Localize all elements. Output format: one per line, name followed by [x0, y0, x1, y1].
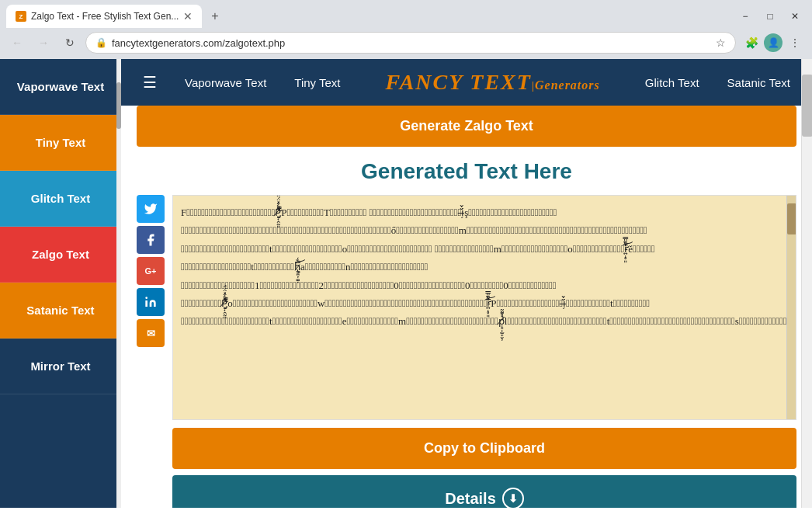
generated-title: Generated Text Here — [137, 159, 796, 184]
nav-tiny-text[interactable]: Tiny Text — [288, 70, 346, 96]
sidebar-item-vaporwave[interactable]: Vaporwave Text — [0, 59, 121, 115]
details-button[interactable]: Details ⬇ — [172, 475, 796, 508]
close-button[interactable]: ✕ — [784, 9, 806, 24]
nav-glitch-text[interactable]: Glitch Text — [639, 70, 706, 96]
text-output-container: F̷̨̡͖̙̗̱̝̰͕̫̱̺͈͉̔̓͗̈́̅͑̽̓P̸̡̛̺̘̯̰͈͗̑̀̽̈́… — [172, 195, 796, 508]
logo-fancy: Fancy Text — [386, 70, 532, 94]
menu-icon[interactable]: ⋮ — [784, 32, 806, 54]
sidebar-item-zalgo[interactable]: Zalgo Text — [0, 227, 121, 283]
tab-title: Zalgo Text - Free Stylish Text Gen... — [31, 11, 179, 22]
details-icon: ⬇ — [502, 488, 524, 508]
site-logo: Fancy Text|Generators — [363, 70, 623, 95]
page-wrapper: Vaporwave Text Tiny Text Glitch Text Zal… — [0, 59, 812, 508]
window-controls: − □ ✕ — [734, 9, 806, 24]
new-tab-button[interactable]: + — [205, 6, 224, 26]
text-output[interactable]: F̷̨̡͖̙̗̱̝̰͕̫̱̺͈͉̔̓͗̈́̅͑̽̓P̸̡̛̺̘̯̰͈͗̑̀̽̈́… — [172, 195, 796, 420]
title-bar: Z Zalgo Text - Free Stylish Text Gen... … — [0, 0, 812, 28]
lock-icon: 🔒 — [95, 37, 107, 48]
forward-button[interactable]: → — [33, 32, 54, 54]
sidebar-item-satanic[interactable]: Satanic Text — [0, 283, 121, 339]
url-text: fancytextgenerators.com/zalgotext.php — [112, 37, 711, 49]
nav-satanic-text[interactable]: Satanic Text — [721, 70, 796, 96]
main-content: ☰ Vaporwave Text Tiny Text Fancy Text|Ge… — [121, 59, 812, 508]
twitter-share-button[interactable] — [137, 195, 165, 223]
zalgo-text-content: F̷̨̡͖̙̗̱̝̰͕̫̱̺͈͉̔̓͗̈́̅͑̽̓P̸̡̛̺̘̯̰͈͗̑̀̽̈́… — [181, 207, 796, 327]
tab-close-button[interactable]: ✕ — [183, 11, 193, 22]
generate-btn-top[interactable]: Generate Zalgo Text — [137, 106, 796, 147]
url-bar[interactable]: 🔒 fancytextgenerators.com/zalgotext.php … — [85, 32, 736, 54]
site-nav: ☰ Vaporwave Text Tiny Text Fancy Text|Ge… — [121, 59, 812, 106]
facebook-share-button[interactable] — [137, 226, 165, 254]
logo-text: Fancy Text|Generators — [386, 70, 600, 94]
svg-point-0 — [145, 297, 147, 299]
logo-generators: Generators — [535, 78, 600, 92]
sidebar-item-tiny[interactable]: Tiny Text — [0, 115, 121, 171]
bookmark-icon[interactable]: ☆ — [716, 36, 726, 49]
main-scrollbar-thumb[interactable] — [802, 75, 812, 137]
sidebar-item-mirror[interactable]: Mirror Text — [0, 339, 121, 394]
refresh-button[interactable]: ↻ — [59, 32, 81, 54]
content-area: Generate Zalgo Text Generated Text Here … — [121, 106, 812, 508]
nav-vaporwave[interactable]: Vaporwave Text — [179, 70, 272, 96]
toolbar-icons: 🧩 👤 ⋮ — [741, 32, 806, 54]
browser-chrome: Z Zalgo Text - Free Stylish Text Gen... … — [0, 0, 812, 59]
back-button[interactable]: ← — [6, 32, 28, 54]
linkedin-share-button[interactable] — [137, 288, 165, 316]
generated-content-row: G+ ✉ F̷̨̡͖̙̗̱̝̰͕̫̱̺͈͉̔̓͗̈́̅͑̽̓P̸̡̛̺̘̯̰͈͗… — [137, 195, 796, 508]
minimize-button[interactable]: − — [734, 9, 756, 24]
active-tab[interactable]: Z Zalgo Text - Free Stylish Text Gen... … — [6, 5, 202, 28]
text-output-scrollbar-thumb[interactable] — [787, 203, 796, 234]
extensions-icon[interactable]: 🧩 — [741, 32, 762, 54]
address-bar: ← → ↻ 🔒 fancytextgenerators.com/zalgotex… — [0, 28, 812, 59]
hamburger-icon[interactable]: ☰ — [137, 67, 163, 98]
copy-to-clipboard-button[interactable]: Copy to Clipboard — [172, 428, 796, 469]
sidebar-item-glitch[interactable]: Glitch Text — [0, 171, 121, 227]
text-output-scrollbar[interactable] — [786, 196, 796, 419]
maximize-button[interactable]: □ — [759, 9, 781, 24]
social-buttons: G+ ✉ — [137, 195, 165, 347]
profile-avatar[interactable]: 👤 — [764, 33, 783, 52]
sidebar: Vaporwave Text Tiny Text Glitch Text Zal… — [0, 59, 121, 508]
email-share-button[interactable]: ✉ — [137, 319, 165, 347]
main-scrollbar[interactable] — [801, 59, 812, 508]
google-share-button[interactable]: G+ — [137, 257, 165, 285]
tab-favicon: Z — [16, 11, 26, 22]
